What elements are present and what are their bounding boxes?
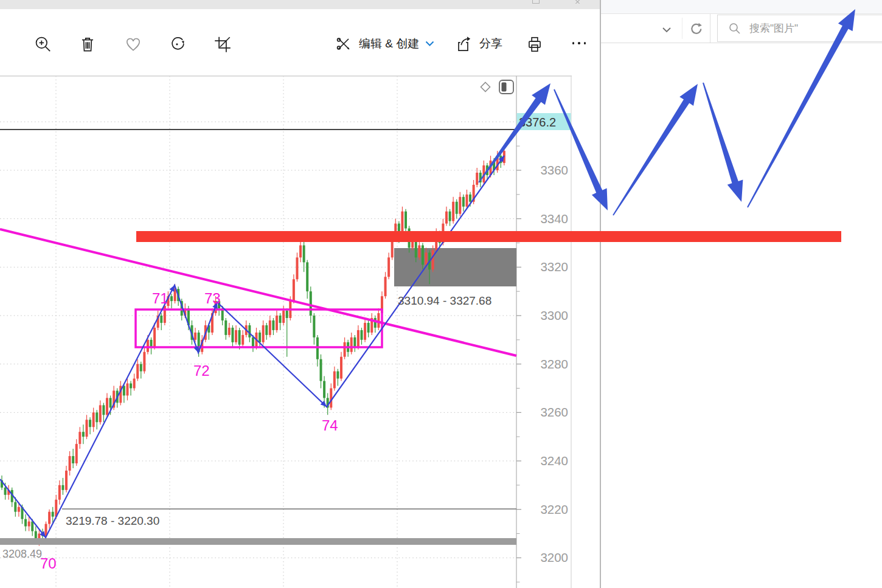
svg-text:74: 74 [322, 417, 338, 434]
explorer-address-row [601, 14, 882, 43]
screen: 编辑 & 创建 分享 [0, 0, 882, 588]
rotate-button[interactable] [165, 32, 190, 57]
svg-text:3220: 3220 [540, 502, 568, 516]
candlestick-chart: 3310.94 - 3327.683219.78 - 3220.303208.4… [0, 73, 572, 588]
share-button[interactable]: 分享 [454, 31, 502, 57]
svg-text:3360: 3360 [540, 163, 568, 177]
restore-window-icon[interactable] [532, 0, 540, 4]
more-options-button[interactable] [568, 36, 591, 50]
search-box [717, 15, 882, 42]
edit-create-button[interactable]: 编辑 & 创建 [335, 31, 434, 57]
print-icon [525, 35, 544, 54]
chevron-down-icon [425, 41, 434, 47]
svg-text:3280: 3280 [540, 357, 568, 371]
red-line-annotation [136, 231, 841, 242]
magnifier-plus-icon [33, 35, 53, 54]
ellipsis-icon [572, 42, 575, 44]
svg-text:70: 70 [40, 555, 57, 572]
svg-text:3208.49: 3208.49 [2, 548, 42, 560]
heart-icon [123, 35, 143, 54]
search-input[interactable] [749, 22, 853, 35]
print-button[interactable] [523, 32, 547, 57]
zoom-button[interactable] [31, 32, 55, 57]
svg-text:3240: 3240 [540, 454, 568, 468]
refresh-button[interactable] [687, 22, 706, 35]
refresh-icon [690, 22, 703, 35]
svg-text:3310.94 - 3327.68: 3310.94 - 3327.68 [398, 294, 491, 307]
address-bar[interactable] [601, 14, 710, 43]
share-icon [454, 34, 473, 54]
favorite-button[interactable] [121, 32, 145, 57]
delete-button[interactable] [75, 32, 100, 57]
share-label: 分享 [479, 36, 502, 52]
svg-text:3376.2: 3376.2 [519, 116, 556, 129]
close-window-icon[interactable] [574, 0, 582, 4]
crop-icon [213, 35, 232, 54]
svg-text:3260: 3260 [540, 405, 568, 419]
svg-text:71: 71 [152, 290, 168, 306]
search-icon [729, 22, 741, 35]
svg-text:3320: 3320 [540, 260, 568, 274]
chart-image: 3310.94 - 3327.683219.78 - 3220.303208.4… [0, 73, 572, 588]
trash-icon [78, 35, 97, 54]
svg-text:3200: 3200 [540, 550, 568, 564]
chevron-down-icon [662, 27, 672, 33]
photos-toolbar: 编辑 & 创建 分享 [0, 9, 600, 73]
diamond-icon [481, 83, 490, 92]
rotate-icon [168, 35, 187, 54]
crop-button[interactable] [210, 32, 235, 57]
photos-titlebar [0, 0, 600, 9]
explorer-window [601, 0, 882, 588]
svg-text:3340: 3340 [540, 212, 568, 226]
edit-create-icon [335, 35, 353, 53]
explorer-top-strip [601, 0, 882, 14]
edit-create-label: 编辑 & 创建 [359, 36, 419, 52]
svg-text:3219.78 - 3220.30: 3219.78 - 3220.30 [66, 514, 159, 527]
svg-text:73: 73 [204, 290, 221, 306]
svg-text:72: 72 [193, 362, 210, 379]
address-dropdown-button[interactable] [662, 26, 672, 35]
svg-text:3300: 3300 [540, 308, 568, 322]
photos-app-window: 编辑 & 创建 分享 [0, 0, 600, 588]
